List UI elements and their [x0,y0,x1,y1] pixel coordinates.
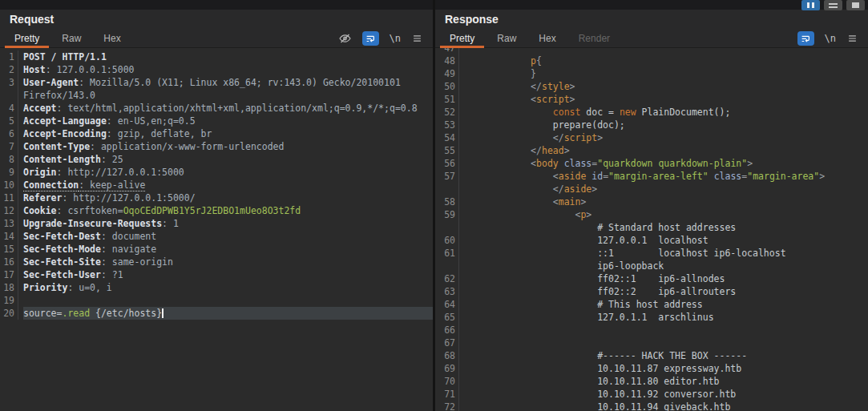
menu-icon[interactable] [846,33,858,44]
panel-divider[interactable] [433,0,435,411]
line-number: 64 [435,298,459,311]
code-text: #------ HACK THE BOX ------ [464,349,868,362]
code-text: const doc = new PlainDocument(); [464,106,868,119]
code-text: prepare(doc); [464,119,868,131]
code-line[interactable]: 55 </head> [435,144,868,157]
request-panel: Request PrettyRawHex [0,10,433,411]
request-tabs: PrettyRawHex [3,29,132,47]
code-line[interactable]: ip6-loopback [435,260,868,272]
response-tab-pretty[interactable]: Pretty [438,29,486,47]
code-line[interactable]: 8Content-Length: 25 [0,153,433,166]
code-line[interactable]: 14Sec-Fetch-Dest: document [0,230,433,243]
code-line[interactable]: 71 10.10.11.92 conversor.htb [435,388,868,401]
newline-icon[interactable]: \n [390,33,401,44]
code-line[interactable]: 16Sec-Fetch-Site: same-origin [0,256,433,268]
code-line[interactable]: 72 10.10.11.94 giveback.htb [435,401,868,411]
code-line[interactable]: 1POST / HTTP/1.1 [0,50,433,63]
code-text: <p> [464,208,868,221]
code-line[interactable]: 18Priority: u=0, i [0,281,433,294]
code-line[interactable]: 70 10.10.11.80 editor.htb [435,375,868,388]
request-tab-raw[interactable]: Raw [50,29,92,47]
code-line[interactable]: 48 p{ [435,54,868,67]
code-text: Accept-Language: en-US,en;q=0.5 [23,115,433,127]
code-line[interactable]: 6Accept-Encoding: gzip, deflate, br [0,127,433,140]
code-text: <body class="quarkdown quarkdown-plain"> [464,157,868,170]
line-number: 52 [435,106,459,119]
code-line[interactable]: 56 <body class="quarkdown quarkdown-plai… [435,157,868,170]
code-line[interactable]: 57 <aside id="margin-area-left" class="m… [435,170,868,183]
response-editor[interactable]: 4748 p{49 }50 </style>51 <script>52 cons… [435,48,868,411]
code-line[interactable]: 17Sec-Fetch-User: ?1 [0,268,433,281]
repeater-window: Request PrettyRawHex [0,0,868,411]
code-line[interactable]: 7Content-Type: application/x-www-form-ur… [0,140,433,153]
code-line[interactable]: 65 127.0.1.1 arschlinus [435,311,868,324]
code-line[interactable]: 5Accept-Language: en-US,en;q=0.5 [0,115,433,127]
code-line[interactable]: 2Host: 127.0.0.1:5000 [0,63,433,76]
code-line[interactable]: 66 [435,324,868,336]
code-line[interactable]: 53 prepare(doc); [435,119,868,131]
code-text: <aside id="margin-area-left" class="marg… [464,170,868,183]
line-number [435,260,459,272]
request-panel-title: Request [0,10,433,29]
code-line[interactable]: 4Accept: text/html,application/xhtml+xml… [0,102,433,115]
line-number: 69 [435,362,459,375]
code-text: Host: 127.0.0.1:5000 [23,63,433,76]
stop-button[interactable] [846,0,865,10]
code-line[interactable]: 60 127.0.0.1 localhost [435,234,868,247]
code-line[interactable]: 52 const doc = new PlainDocument(); [435,106,868,119]
text-cursor [162,308,164,318]
code-line[interactable]: 49 } [435,67,868,80]
code-text: Priority: u=0, i [23,281,433,294]
request-editor[interactable]: 1POST / HTTP/1.12Host: 127.0.0.1:50003Us… [0,48,433,411]
wrap-toggle-icon[interactable] [797,31,814,46]
code-line[interactable]: 59 <p> [435,208,868,221]
code-line[interactable]: 12Cookie: csrftoken=OqoCEdDPWB1Y5rJ2EDBO… [0,204,433,217]
code-line[interactable]: </aside> [435,183,868,195]
code-line[interactable]: 50 </style> [435,80,868,93]
line-number: 71 [435,388,459,401]
code-line[interactable]: 15Sec-Fetch-Mode: navigate [0,243,433,256]
code-line[interactable]: 69 10.10.11.87 expressway.htb [435,362,868,375]
code-line[interactable]: 58 <main> [435,195,868,208]
code-text: Origin: http://127.0.0.1:5000 [23,166,433,179]
request-tab-pretty[interactable]: Pretty [3,29,50,47]
layout-button[interactable] [824,0,842,10]
request-tab-hex[interactable]: Hex [92,29,131,47]
pause-button[interactable] [801,0,820,10]
code-text: <main> [464,195,868,208]
code-line[interactable]: 68 #------ HACK THE BOX ------ [435,349,868,362]
code-line[interactable]: 54 </script> [435,131,868,144]
line-number: 49 [435,67,459,80]
code-line[interactable]: 20source=.read {/etc/hosts} [0,307,433,320]
code-text [464,336,868,349]
lines-icon [829,3,838,8]
code-line[interactable]: 11Referer: http://127.0.0.1:5000/ [0,191,433,204]
menu-icon[interactable] [411,33,423,44]
code-line[interactable]: 61 ::1 localhost ip6-localhost [435,247,868,260]
code-line[interactable]: 64 # This host address [435,298,868,311]
code-line[interactable]: 9Origin: http://127.0.0.1:5000 [0,166,433,179]
code-line[interactable]: 67 [435,336,868,349]
code-line[interactable]: 51 <script> [435,93,868,106]
newline-icon[interactable]: \n [825,33,836,44]
code-line[interactable]: 13Upgrade-Insecure-Requests: 1 [0,217,433,230]
code-line[interactable]: Firefox/143.0 [0,89,433,102]
code-line[interactable]: # Standard host addresses [435,221,868,234]
line-number [435,183,459,195]
code-line[interactable]: 19 [0,294,433,307]
code-line[interactable]: 3User-Agent: Mozilla/5.0 (X11; Linux x86… [0,76,433,89]
response-tab-render[interactable]: Render [567,29,621,47]
response-tab-raw[interactable]: Raw [486,29,527,47]
line-number: 60 [435,234,459,247]
code-line[interactable]: 63 ff02::2 ip6-allrouters [435,285,868,298]
code-line[interactable]: 47 [435,48,868,54]
wrap-toggle-icon[interactable] [362,31,379,46]
code-line[interactable]: 10Connection: keep-alive [0,179,433,191]
line-number: 17 [0,268,18,281]
response-tab-hex[interactable]: Hex [527,29,567,47]
code-text: ff02::2 ip6-allrouters [464,285,868,298]
hide-eye-icon[interactable] [338,32,352,45]
code-text: 10.10.11.94 giveback.htb [464,401,868,411]
code-text: POST / HTTP/1.1 [23,50,433,63]
code-line[interactable]: 62 ff02::1 ip6-allnodes [435,272,868,285]
